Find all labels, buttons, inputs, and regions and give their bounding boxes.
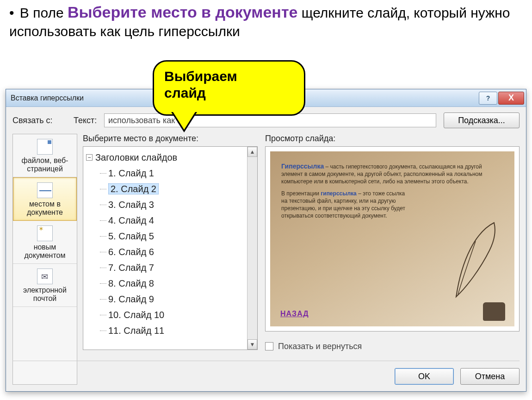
tree-item[interactable]: 8. Слайд 8 xyxy=(100,275,257,291)
show-and-return-checkbox[interactable] xyxy=(265,342,273,350)
tree-item-label: 3. Слайд 3 xyxy=(108,200,154,210)
callout-line-2: слайд xyxy=(164,85,294,101)
nav-label: электронной почтой xyxy=(15,286,75,303)
instruction-prefix: В поле xyxy=(20,5,68,20)
slide-tree[interactable]: − Заголовки слайдов 1. Слайд 12. Слайд 2… xyxy=(83,146,258,350)
link-to-sidebar: файлом, веб-страницей местом в документе… xyxy=(12,134,77,385)
instruction-highlight: Выберите место в документе xyxy=(68,3,297,21)
tree-item[interactable]: 2. Слайд 2 xyxy=(100,181,257,197)
tree-item-label: 4. Слайд 4 xyxy=(108,215,154,225)
show-and-return-label: Показать и вернуться xyxy=(278,342,362,351)
preview-heading-2: гиперссылка xyxy=(321,190,357,197)
tree-item-label: 6. Слайд 6 xyxy=(108,247,154,257)
instruction-text: • В поле Выберите место в документе щелк… xyxy=(9,3,523,41)
help-button[interactable]: ? xyxy=(479,92,497,105)
tree-item-label: 7. Слайд 7 xyxy=(108,262,154,273)
link-with-label: Связать с: xyxy=(12,116,74,125)
tree-item[interactable]: 9. Слайд 9 xyxy=(100,291,257,307)
close-button[interactable]: X xyxy=(498,92,524,105)
scroll-down-button[interactable]: ▼ xyxy=(247,339,257,350)
preview-heading-1: Гиперссылка xyxy=(281,162,324,170)
slide-preview-box: Гиперссылка – часть гипертекстового доку… xyxy=(265,146,520,331)
tree-item[interactable]: 5. Слайд 5 xyxy=(100,228,257,244)
close-icon: X xyxy=(508,93,514,103)
file-web-icon xyxy=(37,139,53,155)
slide-preview-label: Просмотр слайда: xyxy=(265,134,520,144)
tree-item[interactable]: 11. Слайд 11 xyxy=(100,323,257,338)
nav-place-in-document[interactable]: местом в документе xyxy=(13,177,77,221)
tree-item-label: 1. Слайд 1 xyxy=(108,168,154,178)
tree-item-label: 2. Слайд 2 xyxy=(108,183,159,194)
tree-scrollbar[interactable]: ▲ ▼ xyxy=(247,147,257,350)
inkpot-icon xyxy=(483,302,505,321)
callout-bubble: Выбираем слайд xyxy=(153,60,305,130)
place-in-doc-icon xyxy=(37,182,53,198)
tree-item[interactable]: 10. Слайд 10 xyxy=(100,307,257,323)
help-icon: ? xyxy=(486,94,490,102)
tree-item[interactable]: 1. Слайд 1 xyxy=(100,165,257,181)
tree-item[interactable]: 6. Слайд 6 xyxy=(100,244,257,260)
hyperlink-dialog: Вставка гиперссылки ? X Связать с: Текст… xyxy=(6,89,526,392)
nav-email[interactable]: электронной почтой xyxy=(13,264,77,307)
preview-p2-pre: В презентации xyxy=(281,190,321,197)
screen-tip-button[interactable]: Подсказка... xyxy=(444,112,520,128)
slide-preview: Гиперссылка – часть гипертекстового доку… xyxy=(270,151,514,326)
tree-item-label: 9. Слайд 9 xyxy=(108,294,154,304)
nav-label: местом в документе xyxy=(15,200,74,217)
select-place-label: Выберите место в документе: xyxy=(83,134,258,144)
cancel-button[interactable]: Отмена xyxy=(460,368,520,385)
text-field-label: Текст: xyxy=(74,116,104,125)
tree-item-label: 10. Слайд 10 xyxy=(108,310,164,320)
tree-expand-toggle[interactable]: − xyxy=(86,154,93,161)
tree-item[interactable]: 4. Слайд 4 xyxy=(100,212,257,228)
ok-button[interactable]: OK xyxy=(395,368,454,385)
bullet-icon: • xyxy=(9,5,14,20)
nav-existing-file[interactable]: файлом, веб-страницей xyxy=(13,134,77,177)
scroll-up-button[interactable]: ▲ xyxy=(247,147,257,157)
tree-item-label: 11. Слайд 11 xyxy=(108,325,164,336)
callout-line-1: Выбираем xyxy=(164,68,294,85)
nav-label: файлом, веб-страницей xyxy=(15,156,75,173)
nav-label: новым документом xyxy=(15,243,75,260)
email-icon xyxy=(37,269,53,284)
new-doc-icon xyxy=(37,225,53,241)
tree-item[interactable]: 7. Слайд 7 xyxy=(100,260,257,275)
dialog-divider xyxy=(12,361,520,361)
preview-back-link: НАЗАД xyxy=(280,310,309,318)
feather-icon xyxy=(448,218,503,301)
tree-item-label: 5. Слайд 5 xyxy=(108,231,154,241)
tree-root-label: Заголовки слайдов xyxy=(95,150,177,165)
tree-item[interactable]: 3. Слайд 3 xyxy=(100,197,257,212)
tree-item-label: 8. Слайд 8 xyxy=(108,278,154,288)
nav-new-document[interactable]: новым документом xyxy=(13,221,77,264)
